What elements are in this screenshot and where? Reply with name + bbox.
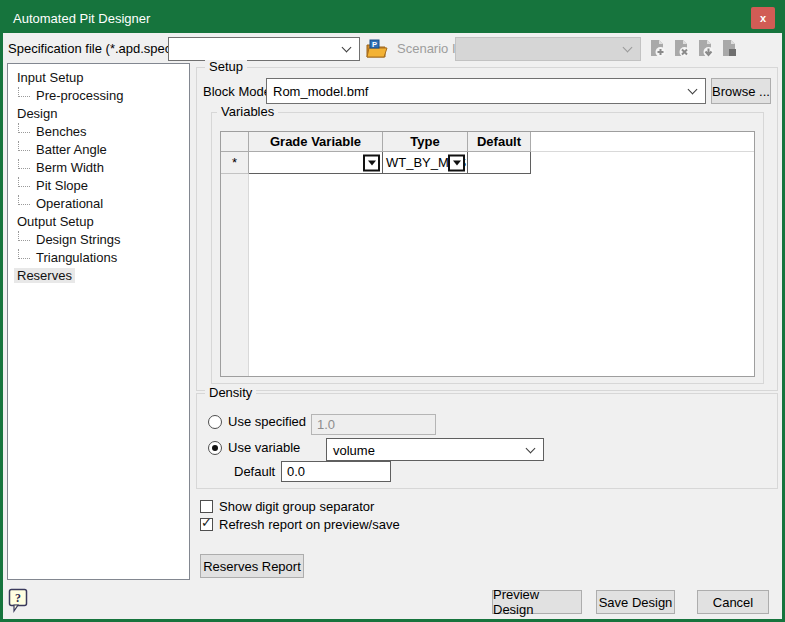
chevron-down-icon: [688, 85, 698, 95]
refresh-report-label: Refresh report on preview/save: [219, 517, 400, 532]
type-dropdown-button[interactable]: [448, 154, 465, 171]
open-spec-folder-icon[interactable]: P: [365, 39, 389, 60]
refresh-report-option[interactable]: ✓ Refresh report on preview/save: [200, 517, 400, 532]
tree-item-berm-width[interactable]: Berm Width: [8, 158, 189, 176]
tree-connector: [18, 141, 30, 151]
svg-text:P: P: [372, 40, 377, 49]
density-default-label: Default: [234, 464, 275, 479]
digit-separator-checkbox[interactable]: ✓: [200, 500, 213, 513]
density-default-value: 0.0: [287, 464, 305, 479]
spec-file-label: Specification file (*.apd.spec): [8, 41, 176, 56]
row-header-new-row[interactable]: *: [221, 152, 249, 174]
chevron-down-icon: [623, 43, 633, 53]
document-arrow-down-icon: [696, 39, 714, 57]
use-variable-option[interactable]: Use variable: [208, 440, 300, 455]
section-tree: Input Setup Pre-processing Design Benche…: [7, 63, 190, 580]
title-bar: Automated Pit Designer: [3, 3, 782, 33]
spec-file-combobox[interactable]: [168, 37, 360, 61]
variables-table: Grade Variable Type Default * WT_BY_MAS: [220, 131, 755, 377]
specified-density-value: 1.0: [317, 417, 335, 432]
scenario-id-combobox: [455, 37, 641, 61]
save-design-button[interactable]: Save Design: [596, 590, 675, 614]
document-plus-icon: [648, 39, 666, 57]
column-header-type[interactable]: Type: [383, 132, 468, 152]
density-group: Density Use specified 1.0 Use variable v…: [196, 393, 778, 489]
variables-group: Variables Grade Variable Type Default * …: [211, 112, 764, 384]
use-specified-radio[interactable]: [208, 415, 222, 429]
tree-item-pre-processing[interactable]: Pre-processing: [8, 86, 189, 104]
tree-connector: [18, 177, 30, 187]
preview-design-button[interactable]: Preview Design: [492, 590, 582, 614]
density-group-label: Density: [205, 386, 256, 400]
density-variable-combobox[interactable]: volume: [326, 438, 544, 461]
browse-button[interactable]: Browse ...: [711, 78, 771, 104]
tree-item-operational[interactable]: Operational: [8, 194, 189, 212]
tree-connector: [18, 159, 30, 169]
tree-connector: [18, 195, 30, 205]
use-variable-label: Use variable: [228, 440, 300, 455]
radio-dot: [212, 445, 218, 451]
tree-connector: [18, 231, 30, 241]
table-corner-cell: [221, 132, 249, 152]
density-variable-value: volume: [333, 442, 375, 457]
tree-item-batter-angle[interactable]: Batter Angle: [8, 140, 189, 158]
type-cell[interactable]: WT_BY_MAS: [383, 152, 468, 174]
tree-item-input-setup[interactable]: Input Setup: [8, 68, 189, 86]
tree-item-design-strings[interactable]: Design Strings: [8, 230, 189, 248]
window-title: Automated Pit Designer: [13, 11, 150, 26]
use-specified-option[interactable]: Use specified: [208, 414, 306, 429]
digit-separator-label: Show digit group separator: [219, 499, 374, 514]
default-cell[interactable]: [468, 152, 531, 174]
tree-item-benches[interactable]: Benches: [8, 122, 189, 140]
grade-variable-dropdown-button[interactable]: [363, 154, 380, 171]
digit-separator-option[interactable]: ✓ Show digit group separator: [200, 499, 374, 514]
specified-density-field: 1.0: [311, 414, 436, 435]
dropdown-triangle-icon: [453, 160, 461, 165]
close-icon: x: [760, 12, 766, 24]
svg-text:?: ?: [15, 591, 21, 605]
automated-pit-designer-dialog: Automated Pit Designer x Specification f…: [0, 0, 785, 622]
chevron-down-icon: [342, 43, 352, 53]
document-save-icon: [720, 39, 738, 57]
close-button[interactable]: x: [751, 7, 775, 29]
tree-item-output-setup[interactable]: Output Setup: [8, 212, 189, 230]
variables-group-label: Variables: [217, 105, 278, 119]
tree-item-pit-slope[interactable]: Pit Slope: [8, 176, 189, 194]
setup-group-label: Setup: [205, 60, 247, 74]
checkmark-icon: ✓: [201, 515, 212, 530]
tree-item-reserves[interactable]: Reserves: [8, 266, 189, 284]
setup-group: Setup Block Model Rom_model.bmf Browse .…: [196, 67, 778, 391]
grade-variable-cell[interactable]: [249, 152, 383, 174]
tree-connector: [18, 249, 30, 259]
dropdown-triangle-icon: [368, 160, 376, 165]
block-model-combobox[interactable]: Rom_model.bmf: [266, 78, 706, 104]
use-variable-radio[interactable]: [208, 441, 222, 455]
document-delete-icon: [672, 39, 690, 57]
use-specified-label: Use specified: [228, 414, 306, 429]
density-default-field[interactable]: 0.0: [281, 461, 391, 482]
block-model-value: Rom_model.bmf: [273, 84, 368, 99]
help-icon[interactable]: ?: [8, 588, 29, 613]
tree-connector: [18, 87, 30, 97]
refresh-report-checkbox[interactable]: ✓: [200, 518, 213, 531]
tree-connector: [18, 123, 30, 133]
row-header-strip: [221, 174, 249, 376]
header-filler: [531, 132, 754, 152]
tree-item-design[interactable]: Design: [8, 104, 189, 122]
cancel-button[interactable]: Cancel: [697, 590, 769, 614]
block-model-label: Block Model: [203, 84, 274, 99]
column-header-grade-variable[interactable]: Grade Variable: [249, 132, 383, 152]
reserves-report-button[interactable]: Reserves Report: [200, 554, 304, 578]
tree-item-triangulations[interactable]: Triangulations: [8, 248, 189, 266]
chevron-down-icon: [526, 443, 536, 453]
column-header-default[interactable]: Default: [468, 132, 531, 152]
